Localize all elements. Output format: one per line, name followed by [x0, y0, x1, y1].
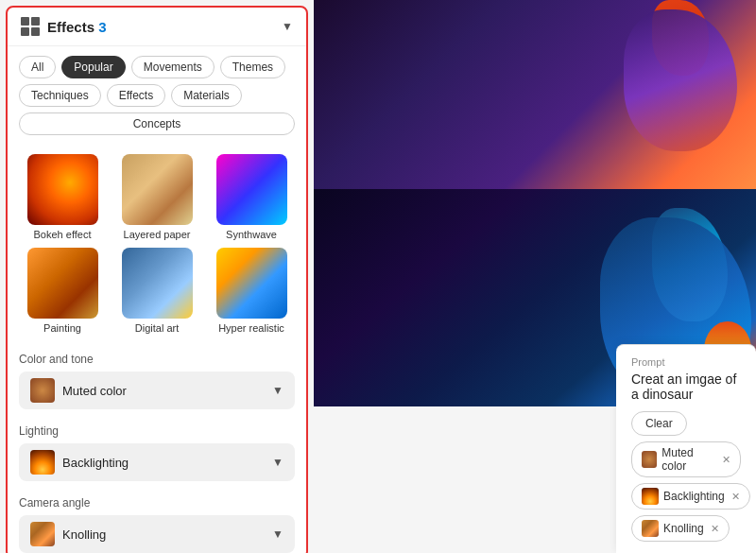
knolling-icon: [30, 522, 55, 546]
filter-section: All Popular Movements Themes Techniques …: [8, 46, 306, 147]
prompt-label: Prompt: [631, 356, 741, 368]
knolling-tag-icon: [642, 520, 659, 537]
backlighting-tag-label: Backlighting: [663, 490, 725, 503]
image-panel-top: [314, 0, 756, 189]
effect-label-synthwave: Synthwave: [226, 229, 277, 240]
effect-thumb-digital: [122, 248, 193, 319]
backlighting-remove-icon[interactable]: ✕: [731, 491, 740, 503]
prompt-text: Creat an imgae of a dinosaur: [631, 372, 741, 402]
camera-angle-label: Camera angle: [19, 496, 295, 510]
effects-count: 3: [98, 19, 106, 35]
grid-icon: [21, 17, 40, 36]
muted-color-tag-icon: [642, 451, 657, 468]
effect-thumb-painting: [27, 248, 98, 319]
effect-label-digital: Digital art: [135, 322, 179, 334]
effect-thumb-layered: [122, 154, 193, 225]
camera-angle-dropdown[interactable]: Knolling ▼: [19, 515, 295, 553]
filter-techniques-button[interactable]: Techniques: [19, 84, 101, 107]
effect-label-bokeh: Bokeh effect: [34, 229, 92, 240]
filter-popular-button[interactable]: Popular: [61, 56, 125, 78]
effect-item-digital[interactable]: Digital art: [113, 248, 200, 334]
backlighting-tag[interactable]: Backlighting ✕: [631, 483, 750, 510]
prompt-tags: Clear Muted color ✕ Backlighting ✕ Knoll…: [631, 411, 741, 542]
knolling-tag-label: Knolling: [663, 522, 704, 535]
dragon-top-image: [314, 0, 756, 189]
knolling-tag[interactable]: Knolling ✕: [631, 515, 730, 542]
color-tone-section: Color and tone Muted color ▼: [8, 347, 306, 419]
filter-all-button[interactable]: All: [19, 56, 56, 78]
filter-themes-button[interactable]: Themes: [220, 56, 285, 78]
backlighting-icon: [30, 450, 55, 475]
effect-thumb-hyper: [216, 248, 287, 319]
effect-item-layered[interactable]: Layered paper: [113, 154, 200, 240]
effect-item-synthwave[interactable]: Synthwave: [208, 154, 295, 240]
effect-item-painting[interactable]: Painting: [19, 248, 106, 334]
muted-color-remove-icon[interactable]: ✕: [722, 454, 730, 466]
filter-row-1: All Popular Movements Themes: [19, 56, 295, 78]
color-tone-value: Muted color: [62, 384, 127, 398]
lighting-label: Lighting: [19, 424, 295, 438]
color-tone-chevron-icon: ▼: [272, 384, 284, 397]
effect-thumb-bokeh: [27, 154, 98, 225]
filter-concepts-button[interactable]: Concepts: [19, 112, 295, 135]
backlighting-tag-icon: [642, 488, 659, 505]
panel-collapse-icon[interactable]: ▼: [282, 20, 293, 33]
effect-item-hyper[interactable]: Hyper realistic: [208, 248, 295, 334]
panel-header-left: Effects 3: [21, 17, 107, 36]
effect-item-bokeh[interactable]: Bokeh effect: [19, 154, 106, 240]
clear-button[interactable]: Clear: [631, 411, 687, 436]
dropdown-left-lighting: Backlighting: [30, 450, 129, 475]
knolling-remove-icon[interactable]: ✕: [711, 523, 719, 535]
filter-materials-button[interactable]: Materials: [171, 84, 242, 107]
filter-row-2: Techniques Effects Materials: [19, 84, 295, 107]
effect-thumb-synthwave: [216, 154, 287, 225]
filter-movements-button[interactable]: Movements: [131, 56, 215, 78]
camera-angle-chevron-icon: ▼: [272, 527, 284, 541]
right-panels: Prompt Creat an imgae of a dinosaur Clea…: [314, 0, 756, 553]
dropdown-left-color: Muted color: [30, 378, 127, 403]
muted-color-tag-label: Muted color: [662, 446, 715, 473]
lighting-dropdown[interactable]: Backlighting ▼: [19, 443, 295, 481]
camera-angle-section: Camera angle Knolling ▼: [8, 491, 306, 553]
effect-label-hyper: Hyper realistic: [218, 322, 284, 334]
dragon-shape: [624, 9, 737, 151]
effects-panel: Effects 3 ▼ All Popular Movements Themes…: [6, 6, 308, 553]
effect-label-painting: Painting: [43, 322, 81, 334]
prompt-bar: Prompt Creat an imgae of a dinosaur Clea…: [616, 344, 756, 553]
muted-color-tag[interactable]: Muted color ✕: [631, 441, 741, 477]
lighting-section: Lighting Backlighting ▼: [8, 419, 306, 491]
scrollable-content: Bokeh effect Layered paper Synthwave Pai…: [8, 147, 306, 553]
effects-grid: Bokeh effect Layered paper Synthwave Pai…: [8, 147, 306, 341]
color-tone-dropdown[interactable]: Muted color ▼: [19, 372, 295, 409]
panel-title: Effects 3: [47, 19, 107, 35]
lighting-chevron-icon: ▼: [272, 456, 284, 469]
filter-effects-button[interactable]: Effects: [107, 84, 165, 107]
lighting-value: Backlighting: [62, 456, 129, 470]
dropdown-left-camera: Knolling: [30, 522, 106, 546]
camera-angle-value: Knolling: [62, 527, 106, 542]
panel-header: Effects 3 ▼: [8, 8, 306, 46]
muted-color-icon: [30, 378, 55, 403]
effect-label-layered: Layered paper: [124, 229, 191, 240]
color-tone-label: Color and tone: [19, 353, 295, 366]
filter-row-3: Concepts: [19, 112, 295, 135]
